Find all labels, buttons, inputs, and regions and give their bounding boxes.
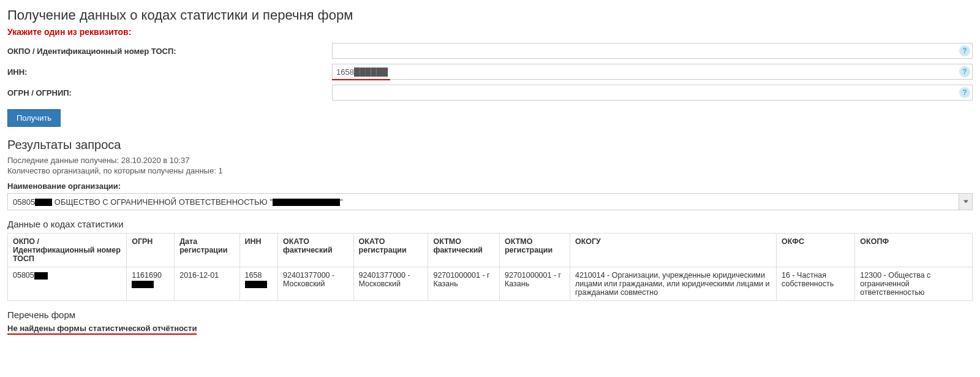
okpo-input[interactable] [332,43,973,59]
table-header-row: ОКПО / Идентификационный номер ТОСП ОГРН… [8,234,973,267]
col-oktmo-fact: ОКТМО фактический [428,234,500,267]
cell-ogrn: 1161690 [127,267,175,301]
cell-oktmo-reg: 92701000001 - г Казань [499,267,570,301]
cell-okpo: 05805 [8,267,127,301]
inn-label: ИНН: [7,67,332,77]
col-oktmo-reg: ОКТМО регистрации [499,234,570,267]
org-name-label: Наименование организации: [7,181,973,191]
cell-reg-date: 2016-12-01 [175,267,239,301]
col-inn: ИНН [239,234,278,267]
inn-underline-highlight [332,79,390,80]
stats-table: ОКПО / Идентификационный номер ТОСП ОГРН… [7,233,973,301]
count-line: Количество организаций, по которым получ… [7,166,973,175]
cell-inn: 1658 [239,267,278,301]
results-title: Результаты запроса [7,138,973,152]
submit-button[interactable]: Получить [7,109,61,127]
col-okfs: ОКФС [777,234,855,267]
chevron-down-icon[interactable] [959,194,972,210]
cell-okogu: 4210014 - Организации, учрежденные юриди… [570,267,776,301]
forms-title: Перечень форм [7,310,973,320]
ogrn-label: ОГРН / ОГРНИП: [7,88,332,97]
col-okato-reg: ОКАТО регистрации [353,234,428,267]
col-ogrn: ОГРН [127,234,175,267]
cell-okopf: 12300 - Общества с ограниченной ответств… [855,267,973,301]
cell-okfs: 16 - Частная собственность [777,267,855,301]
help-icon[interactable]: ? [959,87,970,98]
table-row: 05805 1161690 2016-12-01 1658 9240137700… [8,267,973,301]
cell-okato-fact: 92401377000 - Московский [278,267,353,301]
last-received-line: Последние данные получены: 28.10.2020 в … [7,156,973,165]
instruction-text: Укажите один из реквизитов: [7,27,973,37]
svg-marker-0 [963,200,968,204]
cell-oktmo-fact: 92701000001 - г Казань [428,267,500,301]
inn-input[interactable] [332,64,973,80]
cell-okato-reg: 92401377000 - Московский [353,267,428,301]
org-select-value: 05805 ОБЩЕСТВО С ОГРАНИЧЕННОЙ ОТВЕТСТВЕН… [8,197,959,207]
col-okopf: ОКОПФ [855,234,973,267]
help-icon[interactable]: ? [959,66,970,77]
col-reg-date: Дата регистрации [175,234,239,267]
help-icon[interactable]: ? [959,45,970,56]
ogrn-input[interactable] [332,85,973,101]
stats-title: Данные о кодах статистики [7,219,973,229]
col-okogu: ОКОГУ [570,234,776,267]
okpo-label: ОКПО / Идентификационный номер ТОСП: [7,47,332,56]
col-okato-fact: ОКАТО фактический [278,234,353,267]
org-select[interactable]: 05805 ОБЩЕСТВО С ОГРАНИЧЕННОЙ ОТВЕТСТВЕН… [7,193,973,210]
page-title: Получение данных о кодах статистики и пе… [7,7,973,23]
col-okpo: ОКПО / Идентификационный номер ТОСП [8,234,127,267]
forms-not-found: Не найдены формы статистической отчётнос… [7,324,197,335]
